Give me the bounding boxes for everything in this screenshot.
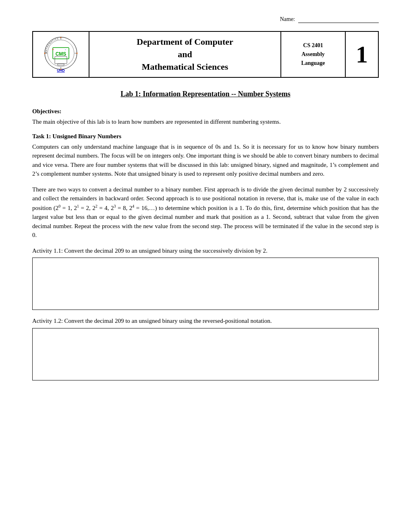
name-field[interactable] xyxy=(298,16,379,23)
name-label: Name: xyxy=(280,16,295,23)
task1-para2: There are two ways to convert a decimal … xyxy=(32,185,379,240)
activity1-1-box[interactable] xyxy=(32,258,379,310)
page-title: Lab 1: Information Representation -- Num… xyxy=(32,90,379,98)
header-box: M A T H E M A T I C S CMS + - UHD xyxy=(32,31,379,78)
objectives-text: The main objective of this lab is to lea… xyxy=(32,117,379,127)
task1-heading: Task 1: Unsigned Binary Numbers xyxy=(32,133,379,140)
activity1-2-label: Activity 1.2: Convert the decimal 209 to… xyxy=(32,316,379,326)
dept-section: Department of Computer and Mathematical … xyxy=(89,32,281,77)
svg-rect-7 xyxy=(55,56,67,64)
university-logo: M A T H E M A T I C S CMS + - UHD xyxy=(39,36,83,73)
svg-rect-8 xyxy=(58,64,64,65)
course-section: CS 2401 Assembly Language xyxy=(281,32,346,77)
svg-text:CMS: CMS xyxy=(56,51,66,57)
name-row: Name: xyxy=(32,16,379,23)
logo-section: M A T H E M A T I C S CMS + - UHD xyxy=(33,32,89,77)
lab-number: 1 xyxy=(346,32,378,77)
activity1-1-label: Activity 1.1: Convert the decimal 209 to… xyxy=(32,246,379,256)
svg-text:-: - xyxy=(65,48,66,52)
task1-para1: Computers can only understand machine la… xyxy=(32,142,379,179)
dept-name: Department of Computer and Mathematical … xyxy=(137,36,233,73)
objectives-heading: Objectives: xyxy=(32,108,379,115)
svg-text:+: + xyxy=(52,48,54,52)
activity1-2-box[interactable] xyxy=(32,328,379,380)
course-info: CS 2401 Assembly Language xyxy=(301,41,325,68)
